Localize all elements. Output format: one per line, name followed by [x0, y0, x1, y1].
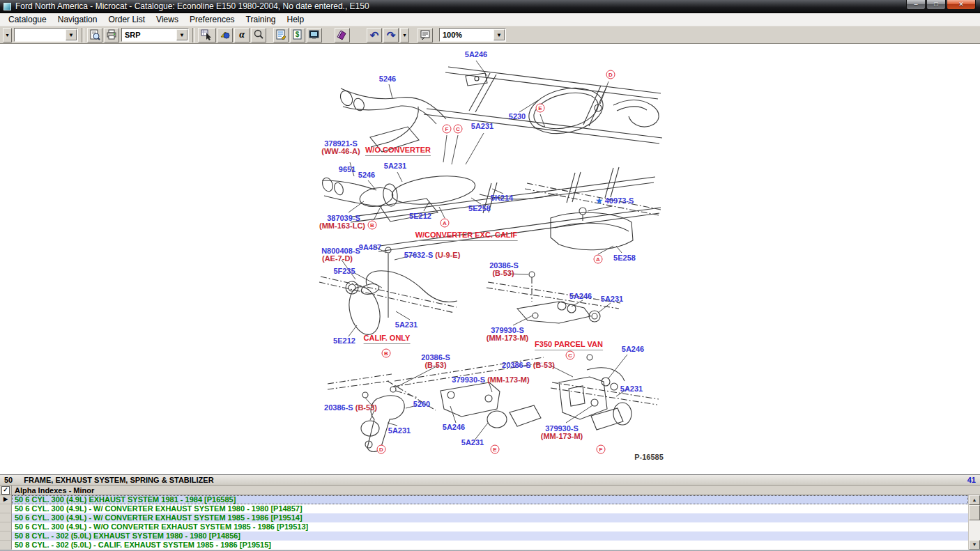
diagram-label[interactable]: (B-53)	[424, 362, 446, 369]
diagram-callout-F[interactable]: F	[597, 445, 606, 454]
print-icon[interactable]	[104, 28, 119, 42]
book-icon[interactable]	[335, 28, 350, 42]
menu-navigation[interactable]: Navigation	[52, 13, 103, 26]
redo-dropdown-icon[interactable]: ▾	[400, 28, 409, 42]
index-row[interactable]: 50 8 CYL. - 302 (5.0L) - CALIF. EXHAUST …	[0, 541, 980, 550]
index-row[interactable]: 50 6 CYL. 300 (4.9L) - W/ CONVERTER EXHA…	[0, 504, 980, 513]
diagram-label[interactable]: 5K214	[491, 194, 513, 202]
menu-order-list[interactable]: Order List	[102, 13, 151, 26]
close-button[interactable]: ✕	[947, 0, 976, 10]
order-notes-icon[interactable]	[273, 28, 289, 42]
history-dropdown-icon[interactable]: ▾	[3, 28, 12, 42]
diagram-label[interactable]: 5230	[509, 113, 526, 121]
diagram-label[interactable]: F350 PARCEL VAN	[535, 341, 603, 350]
diagram-label[interactable]: W/O CONVERTER	[365, 146, 431, 156]
chevron-down-icon[interactable]: ▼	[176, 29, 187, 40]
diagram-label[interactable]: 379930-S (MM-173-M)	[452, 376, 529, 384]
menu-preferences[interactable]: Preferences	[184, 13, 240, 26]
zoom-combo[interactable]: 100% ▼	[439, 28, 506, 42]
diagram-label[interactable]: 5E212	[333, 337, 355, 345]
diagram-label[interactable]: P-16585	[634, 453, 664, 461]
filter-checkbox-cell[interactable]: ✓	[0, 486, 12, 495]
diagram-label[interactable]: 5A231	[620, 385, 643, 393]
zoom-tool-icon[interactable]	[251, 28, 266, 42]
diagram-callout-D[interactable]: D	[377, 445, 386, 454]
diagram-callout-D[interactable]: D	[606, 70, 615, 79]
diagram-label[interactable]: 5246	[379, 75, 396, 83]
order-pricing-icon[interactable]: $	[290, 28, 305, 42]
diagram-label[interactable]: 5A231	[601, 295, 623, 303]
scrollbar-thumb[interactable]	[969, 505, 980, 520]
diagram-label[interactable]: 5E212	[409, 212, 431, 220]
index-row[interactable]: ▶50 6 CYL. 300 (4.9L) EXHAUST SYSTEM 198…	[0, 495, 980, 504]
diagram-callout-E[interactable]: E	[536, 104, 545, 113]
diagram-callout-F[interactable]: F	[443, 125, 452, 134]
menu-help[interactable]: Help	[282, 13, 310, 26]
diagram-label[interactable]: 5A246	[569, 293, 592, 300]
diagram-label[interactable]: 20386-S (B-53)	[324, 404, 377, 412]
diagram-label[interactable]: 5E258	[468, 205, 491, 212]
redo-icon[interactable]: ↷	[383, 28, 399, 42]
diagram-label[interactable]: W/CONVERTER EXC. CALIF	[415, 231, 518, 241]
diagram-canvas[interactable]: 5A246524652305A231378921-S(WW-46-A)W/O C…	[0, 45, 980, 474]
minimize-button[interactable]: –	[906, 0, 926, 10]
parts-image-icon[interactable]	[217, 28, 233, 42]
maximize-button[interactable]: □	[926, 0, 946, 10]
diagram-callout-C[interactable]: C	[454, 125, 463, 134]
screen-view-icon[interactable]	[307, 28, 322, 42]
diagram-callout-A[interactable]: A	[441, 219, 450, 228]
diagram-label[interactable]: 9A487	[359, 244, 381, 251]
diagram-label[interactable]: ★ 40973-S	[596, 197, 634, 205]
price-combo[interactable]: SRP ▼	[121, 28, 189, 42]
filter-label: Alpha Indexes - Minor	[12, 486, 94, 495]
diagram-label[interactable]: 5260	[413, 401, 430, 408]
vertical-scrollbar[interactable]: ▲ ▼	[968, 495, 980, 550]
diagram-label[interactable]: 5A231	[471, 123, 493, 130]
diagram-label[interactable]: (MM-163-LC)	[319, 222, 365, 230]
diagram-label[interactable]: (MM-173-M)	[487, 334, 529, 342]
vehicle-combo[interactable]: ▼	[14, 28, 78, 42]
menu-bar: CatalogueNavigationOrder ListViewsPrefer…	[0, 13, 980, 26]
diagram-callout-E[interactable]: E	[491, 445, 500, 454]
index-row[interactable]: 50 6 CYL. 300 (4.9L) - W/O CONVERTER EXH…	[0, 522, 980, 531]
diagram-label[interactable]: 5F235	[333, 267, 355, 275]
print-preview-icon[interactable]	[87, 28, 102, 42]
diagram-label[interactable]: (MM-173-M)	[541, 433, 583, 440]
index-row-text: 50 8 CYL. - 302 (5.0L) - CALIF. EXHAUST …	[12, 541, 968, 550]
diagram-label[interactable]: 57632-S (U-9-E)	[404, 251, 461, 259]
diagram-callout-A[interactable]: A	[594, 255, 603, 264]
diagram-callout-C[interactable]: C	[566, 351, 575, 360]
diagram-label[interactable]: 20386-S (B-53)	[502, 362, 555, 369]
diagram-art	[0, 45, 980, 474]
notes-icon[interactable]	[418, 28, 433, 42]
index-row[interactable]: 50 6 CYL. 300 (4.9L) - W/ CONVERTER EXHA…	[0, 513, 980, 522]
diagram-label[interactable]: 5A231	[384, 162, 406, 170]
diagram-label[interactable]: 9651	[339, 166, 355, 173]
index-row[interactable]: 50 8 CYL. - 302 (5.0L) EXHAUST SYSTEM 19…	[0, 531, 980, 541]
diagram-label[interactable]: 5A231	[388, 427, 411, 435]
diagram-label[interactable]: 5A231	[461, 439, 484, 447]
diagram-label[interactable]: 5A246	[465, 51, 487, 59]
chevron-down-icon[interactable]: ▼	[493, 29, 505, 40]
menu-views[interactable]: Views	[151, 13, 184, 26]
graphical-index-icon[interactable]	[198, 28, 216, 42]
diagram-callout-B[interactable]: B	[382, 349, 391, 358]
chevron-down-icon[interactable]: ▼	[66, 29, 77, 40]
undo-icon[interactable]: ↶	[367, 28, 382, 42]
diagram-label[interactable]: 5A246	[443, 424, 465, 431]
diagram-label[interactable]: (WW-46-A)	[321, 148, 360, 155]
alpha-index-icon[interactable]: α	[234, 28, 250, 42]
menu-catalogue[interactable]: Catalogue	[3, 13, 52, 26]
diagram-label[interactable]: (B-53)	[492, 270, 514, 277]
diagram-label[interactable]: CALIF. ONLY	[364, 334, 411, 344]
diagram-label[interactable]: 5A246	[622, 346, 644, 353]
diagram-callout-B[interactable]: B	[368, 221, 377, 230]
alpha-index-checkbox[interactable]: ✓	[1, 486, 10, 495]
menu-training[interactable]: Training	[240, 13, 282, 26]
scroll-down-icon[interactable]: ▼	[969, 540, 980, 550]
diagram-label[interactable]: 5246	[358, 171, 375, 179]
scroll-up-icon[interactable]: ▲	[969, 495, 980, 505]
diagram-label[interactable]: 5A231	[395, 321, 418, 329]
diagram-label[interactable]: 5E258	[613, 254, 636, 262]
diagram-label[interactable]: (AE-7-D)	[322, 255, 353, 263]
